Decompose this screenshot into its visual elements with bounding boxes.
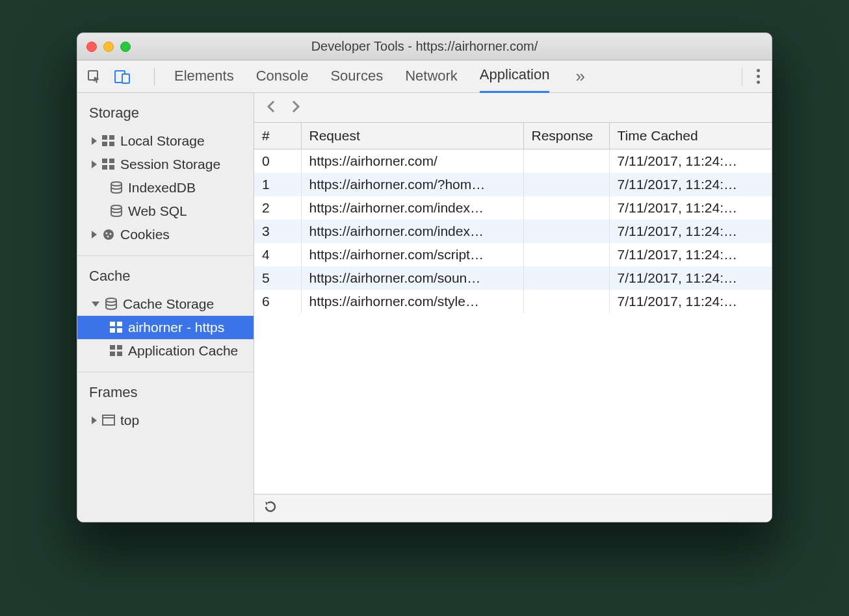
table-row[interactable]: 3https://airhorner.com/index…7/11/2017, …: [254, 220, 772, 243]
sidebar-item-label: Cache Storage: [123, 296, 214, 312]
device-toggle-icon[interactable]: [114, 69, 131, 84]
frame-icon: [102, 415, 115, 426]
maximize-window-button[interactable]: [120, 42, 131, 52]
table-row[interactable]: 1https://airhorner.com/?hom…7/11/2017, 1…: [254, 173, 772, 196]
table-row[interactable]: 4https://airhorner.com/script…7/11/2017,…: [254, 243, 772, 266]
settings-menu-button[interactable]: [754, 66, 763, 86]
svg-rect-19: [117, 322, 122, 326]
cell-response: [523, 220, 609, 243]
cell-time: 7/11/2017, 11:24:…: [609, 149, 772, 173]
sidebar-item-local-storage[interactable]: Local Storage: [77, 129, 254, 153]
sidebar-item-top-frame[interactable]: top: [77, 409, 254, 432]
svg-rect-20: [110, 328, 115, 333]
svg-rect-18: [110, 322, 115, 326]
more-tabs-button[interactable]: »: [571, 66, 588, 86]
window-title: Developer Tools - https://airhorner.com/: [77, 39, 772, 54]
col-header-time-cached[interactable]: Time Cached: [609, 123, 772, 149]
svg-rect-2: [122, 74, 129, 83]
chevron-right-icon: [92, 417, 97, 424]
svg-point-15: [110, 233, 112, 235]
cell-num: 4: [254, 243, 301, 266]
cell-response: [523, 173, 609, 196]
svg-rect-26: [103, 415, 114, 425]
svg-rect-5: [102, 142, 107, 146]
titlebar: Developer Tools - https://airhorner.com/: [77, 33, 772, 60]
nav-forward-button[interactable]: [291, 100, 301, 116]
toolbar-divider: [154, 68, 155, 86]
col-header-request[interactable]: Request: [301, 123, 523, 149]
close-window-button[interactable]: [86, 42, 97, 52]
panel-tabs: Elements Console Sources Network Applica…: [174, 60, 589, 93]
cell-response: [523, 149, 609, 173]
devtools-window: Developer Tools - https://airhorner.com/…: [77, 32, 772, 522]
sidebar-item-session-storage[interactable]: Session Storage: [77, 153, 254, 176]
sidebar-item-cache-storage[interactable]: Cache Storage: [77, 292, 254, 316]
database-icon: [110, 205, 123, 218]
svg-rect-9: [102, 165, 107, 170]
svg-rect-23: [117, 345, 122, 350]
svg-rect-25: [117, 352, 122, 356]
sidebar-item-application-cache[interactable]: Application Cache: [77, 339, 254, 363]
nav-back-button[interactable]: [266, 100, 276, 116]
inspect-element-icon[interactable]: [86, 69, 102, 84]
database-icon: [105, 298, 118, 311]
sidebar-section-frames: Frames top: [77, 372, 254, 441]
svg-point-17: [106, 298, 116, 302]
refresh-button[interactable]: [263, 500, 278, 517]
sidebar-item-indexeddb[interactable]: IndexedDB: [77, 176, 254, 199]
grid-icon: [110, 322, 123, 333]
cell-response: [523, 243, 609, 266]
cell-response: [523, 266, 609, 290]
sidebar-item-cookies[interactable]: Cookies: [77, 223, 254, 246]
grid-icon: [110, 345, 123, 357]
sidebar-item-label: Session Storage: [120, 157, 220, 172]
table-row[interactable]: 0https://airhorner.com/7/11/2017, 11:24:…: [254, 149, 772, 173]
cache-table: # Request Response Time Cached 0https://…: [254, 123, 772, 494]
sidebar-item-label: IndexedDB: [128, 180, 196, 196]
svg-point-11: [111, 182, 122, 186]
sidebar-item-label: airhorner - https: [128, 320, 224, 335]
sidebar-heading-frames: Frames: [77, 381, 254, 409]
cell-num: 1: [254, 173, 301, 196]
tab-application[interactable]: Application: [480, 60, 550, 93]
tab-network[interactable]: Network: [405, 61, 458, 92]
svg-rect-21: [117, 328, 122, 333]
sidebar-item-label: Cookies: [120, 227, 170, 242]
grid-icon: [102, 135, 115, 147]
col-header-num[interactable]: #: [254, 123, 301, 149]
chevron-right-icon: [92, 160, 97, 168]
footer-bar: [254, 494, 772, 522]
sidebar-item-cache-airhorner[interactable]: airhorner - https: [77, 316, 254, 339]
table-row[interactable]: 6https://airhorner.com/style…7/11/2017, …: [254, 290, 772, 313]
sidebar-heading-storage: Storage: [77, 102, 254, 129]
nav-strip: [254, 93, 772, 123]
table-row[interactable]: 2https://airhorner.com/index…7/11/2017, …: [254, 196, 772, 220]
cell-time: 7/11/2017, 11:24:…: [609, 290, 772, 313]
sidebar-section-cache: Cache Cache Storage airhorner - https Ap…: [77, 256, 254, 372]
traffic-lights: [86, 42, 131, 52]
sidebar-heading-cache: Cache: [77, 265, 254, 292]
cell-request: https://airhorner.com/index…: [301, 220, 523, 243]
svg-rect-4: [109, 135, 114, 140]
cell-response: [523, 290, 609, 313]
cell-request: https://airhorner.com/?hom…: [301, 173, 523, 196]
cell-num: 6: [254, 290, 301, 313]
tab-elements[interactable]: Elements: [174, 61, 234, 92]
svg-rect-10: [109, 165, 114, 170]
cell-request: https://airhorner.com/script…: [301, 243, 523, 266]
minimize-window-button[interactable]: [103, 42, 114, 52]
svg-rect-22: [110, 345, 115, 350]
sidebar-item-label: Web SQL: [128, 203, 187, 219]
chevron-right-icon: [92, 231, 97, 238]
tab-console[interactable]: Console: [256, 61, 309, 92]
sidebar-item-websql[interactable]: Web SQL: [77, 199, 254, 223]
cell-request: https://airhorner.com/style…: [301, 290, 523, 313]
table-row[interactable]: 5https://airhorner.com/soun…7/11/2017, 1…: [254, 266, 772, 290]
tab-sources[interactable]: Sources: [330, 61, 383, 92]
svg-rect-8: [109, 159, 114, 163]
cell-num: 2: [254, 196, 301, 220]
cell-time: 7/11/2017, 11:24:…: [609, 173, 772, 196]
main-panel: # Request Response Time Cached 0https://…: [254, 93, 772, 522]
toolbar: Elements Console Sources Network Applica…: [77, 60, 772, 93]
col-header-response[interactable]: Response: [523, 123, 609, 149]
